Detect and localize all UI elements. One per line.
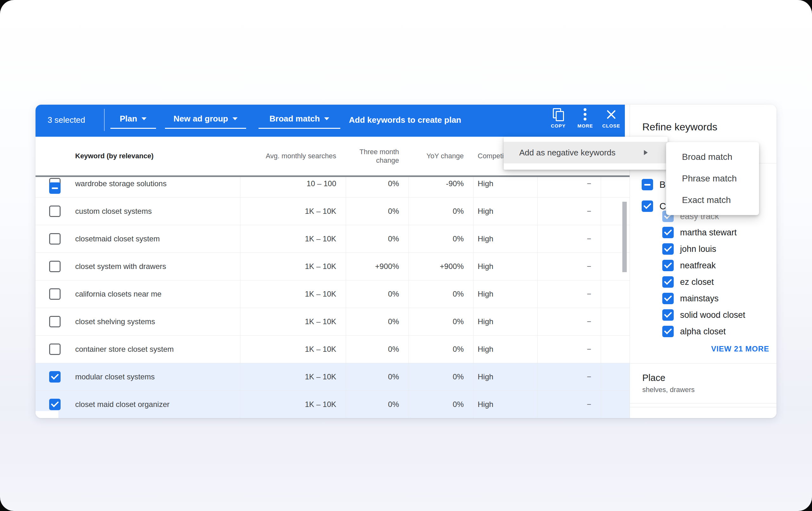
cell-ad_impression_share: − [537, 198, 601, 225]
cell-avg_monthly_searches: 1K – 10K [240, 253, 346, 280]
submenu-item-phrase-match[interactable]: Phrase match [666, 168, 759, 189]
brand-checkbox[interactable] [662, 309, 674, 321]
menu-item-add-as-negative-keywords[interactable]: Add as negative keywords [504, 142, 668, 163]
group-checkbox-checked[interactable] [642, 200, 653, 212]
keyword-text: california closets near me [35, 280, 240, 308]
cell-spacer [601, 363, 630, 391]
cell-avg_monthly_searches: 1K – 10K [240, 308, 346, 335]
cell-competition: High [473, 198, 537, 225]
submenu-item-broad-match[interactable]: Broad match [666, 146, 759, 168]
cell-three_month_change: 0% [346, 336, 409, 363]
column-divider [473, 137, 473, 418]
cell-ad_impression_share: − [537, 363, 601, 391]
plan-button[interactable]: Plan [110, 110, 156, 129]
cell-yoy_change: 0% [409, 280, 473, 308]
more-icon [584, 108, 587, 121]
close-icon [600, 107, 622, 122]
context-menu: Add as negative keywords [504, 137, 668, 170]
column-header[interactable]: Keyword (by relevance) [35, 137, 240, 175]
cell-keyword: custom closet systems [35, 198, 240, 225]
header-select-all-checkbox[interactable] [49, 182, 61, 194]
cell-three_month_change: 0% [346, 391, 409, 418]
column-header[interactable]: Avg. monthly searches [240, 137, 346, 175]
brand-checkbox[interactable] [662, 293, 674, 304]
cell-yoy_change: 0% [409, 363, 473, 391]
cell-keyword: container store closet system [35, 336, 240, 363]
place-section-title[interactable]: Place [642, 371, 665, 385]
table-row[interactable]: custom closet systems1K – 10K0%0%High− [35, 198, 630, 225]
brand-checkbox[interactable] [662, 326, 674, 337]
row-checkbox[interactable] [49, 343, 61, 355]
column-divider [346, 137, 346, 418]
column-header-label: Avg. monthly searches [266, 152, 336, 160]
cell-yoy_change: 0% [409, 391, 473, 418]
caret-down-icon [324, 117, 329, 120]
brand-label: alpha closet [680, 326, 726, 337]
table-row[interactable]: closet maid closet organizer1K – 10K0%0%… [35, 391, 630, 418]
match-type-button[interactable]: Broad match [259, 110, 340, 129]
brand-checkbox[interactable] [662, 243, 674, 255]
brand-label: mainstays [680, 293, 719, 304]
cell-keyword: california closets near me [35, 280, 240, 308]
table-row[interactable]: california closets near me1K – 10K0%0%Hi… [35, 280, 630, 308]
group-label: B [660, 179, 665, 190]
row-checkbox[interactable] [49, 261, 61, 272]
icon-button-label: MORE [574, 123, 596, 129]
brand-label: john louis [680, 243, 716, 255]
submenu-item-exact-match[interactable]: Exact match [666, 189, 759, 211]
brand-checkbox[interactable] [662, 227, 674, 238]
brand-checkbox[interactable] [662, 260, 674, 271]
cell-keyword: closet shelving systems [35, 308, 240, 335]
row-checkbox[interactable] [49, 371, 61, 382]
cell-ad_impression_share: − [537, 336, 601, 363]
cell-competition: High [473, 363, 537, 391]
panel-divider [630, 403, 777, 403]
keyword-text: custom closet systems [35, 198, 240, 225]
cell-yoy_change: 0% [409, 336, 473, 363]
cell-ad_impression_share: − [537, 253, 601, 280]
cell-competition: High [473, 308, 537, 335]
close-button[interactable]: CLOSE [600, 107, 622, 135]
cell-ad_impression_share: − [537, 391, 601, 418]
toolbar-divider [104, 109, 105, 131]
menu-item-label: Add as negative keywords [519, 142, 616, 163]
keyword-text: closet system with drawers [35, 253, 240, 280]
copy-button[interactable]: COPY [547, 107, 569, 135]
cell-three_month_change: 0% [346, 280, 409, 308]
brand-checkbox[interactable] [662, 276, 674, 288]
row-checkbox[interactable] [49, 316, 61, 328]
group-checkbox-indeterminate[interactable] [642, 179, 653, 190]
keyword-text: closet shelving systems [35, 308, 240, 335]
cell-competition: High [473, 253, 537, 280]
row-checkbox[interactable] [49, 399, 61, 410]
cell-ad_impression_share: − [537, 225, 601, 253]
table-row[interactable]: container store closet system1K – 10K0%0… [35, 336, 630, 363]
vertical-scrollbar[interactable] [622, 202, 627, 272]
cell-ad_impression_share: − [537, 308, 601, 335]
row-checkbox[interactable] [49, 205, 61, 217]
column-divider [537, 137, 538, 418]
button-label: Plan [120, 114, 137, 123]
table-row[interactable]: closetmaid closet system1K – 10K0%0%High… [35, 225, 630, 253]
table-row[interactable]: closet shelving systems1K – 10K0%0%High− [35, 308, 630, 336]
close-icon [606, 109, 617, 120]
new-ad-group-button[interactable]: New ad group [165, 110, 246, 129]
row-checkbox[interactable] [49, 288, 61, 300]
column-header[interactable]: YoY change [409, 137, 473, 175]
cell-avg_monthly_searches: 1K – 10K [240, 336, 346, 363]
view-more-link[interactable]: VIEW 21 MORE [711, 344, 769, 354]
brand-label: neatfreak [680, 260, 716, 271]
cell-keyword: closet maid closet organizer [35, 391, 240, 418]
panel-divider [630, 363, 777, 364]
table-row[interactable]: closet system with drawers1K – 10K+900%+… [35, 253, 630, 280]
match-type-submenu: Broad matchPhrase matchExact match [666, 142, 759, 215]
cell-avg_monthly_searches: 1K – 10K [240, 391, 346, 418]
column-header[interactable]: Three month change [346, 137, 409, 175]
more-button[interactable]: MORE [574, 107, 596, 135]
table-row[interactable]: modular closet systems1K – 10K0%0%High− [35, 363, 630, 391]
submenu-arrow-icon [644, 150, 648, 155]
row-checkbox[interactable] [49, 233, 61, 245]
cell-avg_monthly_searches: 1K – 10K [240, 225, 346, 253]
panel-title: Refine keywords [642, 119, 718, 135]
cell-keyword: modular closet systems [35, 363, 240, 391]
